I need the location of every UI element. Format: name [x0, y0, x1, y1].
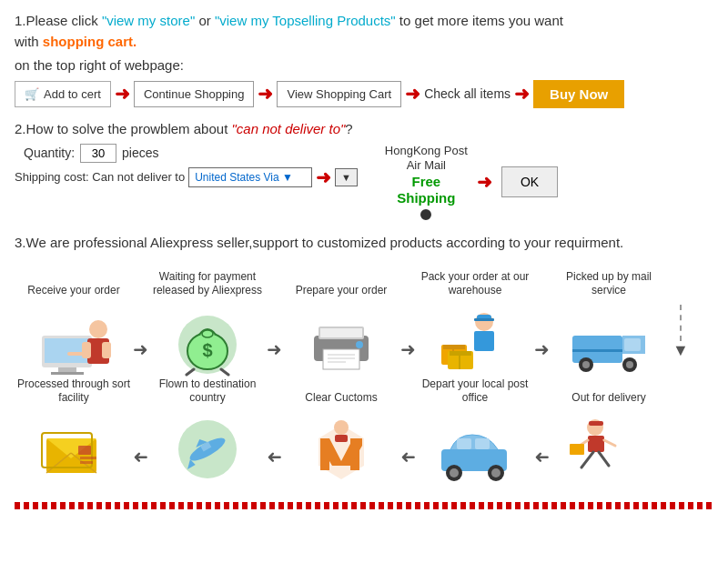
arrow2: ➜	[258, 83, 273, 105]
flow-item-pack: Pack your order at our warehouse	[416, 269, 534, 377]
flow-icon-pickup	[568, 304, 650, 377]
flow-label-airplane: Flown to destination country	[148, 377, 267, 406]
section3: 3.We are professional Aliexpress seller,…	[15, 233, 713, 484]
flow-label-payment: Waiting for payment released by Aliexpre…	[148, 269, 267, 298]
dropdown-select-icon: ▼	[282, 171, 293, 184]
flow-arrow-3: ➜	[400, 338, 416, 377]
flow-icon-postoffice	[434, 411, 516, 484]
svg-rect-47	[570, 444, 584, 455]
flow-item-pickup: Picked up by mail service	[550, 269, 668, 377]
flow-label-outdelivery: Out for delivery	[571, 377, 645, 406]
continue-shopping-label: Continue Shopping	[144, 87, 245, 101]
svg-rect-25	[474, 318, 494, 321]
section3-title: 3.We are professional Aliexpress seller,…	[15, 233, 713, 254]
flow-icon-payment: $	[167, 304, 248, 377]
flow-row-2: Out for delivery	[15, 377, 713, 484]
step-bar: 🛒 Add to cert ➜ Continue Shopping ➜ View…	[15, 80, 713, 108]
view-cart-label: View Shopping Cart	[287, 87, 391, 101]
section2: 2.How to solve the prowblem about "can n…	[15, 121, 713, 221]
radio-dot[interactable]	[420, 209, 431, 220]
svg-point-4	[89, 320, 107, 338]
webpage-label: on the top right of webpage:	[15, 55, 713, 76]
dropdown-value: United States Via	[195, 171, 279, 184]
expand-arrow[interactable]: ▼	[335, 168, 358, 186]
flow-item-airplane: Flown to destination country	[148, 377, 267, 484]
add-to-cart-box: 🛒 Add to cert	[15, 81, 111, 107]
quantity-input[interactable]	[80, 144, 116, 163]
flow-arrow-2: ➜	[267, 338, 282, 377]
section1-mid: or	[195, 13, 215, 28]
flow-arrow-4: ➜	[534, 338, 550, 377]
flow-item-sort: Processed through sort facility	[15, 377, 133, 484]
section2-prefix: 2.How to solve the prowblem about	[15, 121, 231, 136]
flow-arrow-1: ➜	[133, 338, 148, 377]
svg-line-14	[221, 369, 228, 375]
buy-now-button[interactable]: Buy Now	[533, 80, 624, 108]
arrow1: ➜	[115, 83, 130, 105]
bottom-border	[15, 502, 713, 509]
free-shipping-label: FreeShipping	[385, 174, 468, 206]
shipping-label: Shipping cost: Can not deliver to	[15, 170, 185, 184]
hk-post-info: HongKong Post Air Mail FreeShipping	[385, 144, 468, 221]
svg-point-55	[491, 468, 500, 477]
ship-row: Shipping cost: Can not deliver to United…	[15, 166, 358, 188]
svg-rect-51	[475, 438, 490, 449]
flow-arrow-r1: ➜	[534, 446, 550, 484]
section1-intro: 1.Please click "view my store" or "view …	[15, 11, 713, 52]
svg-point-39	[626, 361, 633, 368]
arrow3: ➜	[405, 83, 420, 105]
shopping-cart-highlight: shopping cart.	[43, 34, 136, 49]
svg-rect-62	[335, 435, 348, 442]
flow-item-prepare: Prepare your order	[282, 269, 400, 377]
hk-post-label: HongKong Post Air Mail	[385, 144, 468, 175]
flow-label-sort: Processed through sort facility	[15, 377, 133, 406]
flow-icon-prepare	[300, 304, 382, 377]
svg-point-37	[582, 361, 590, 368]
svg-rect-75	[80, 461, 93, 464]
flow-item-customs: Clear Cuctoms	[282, 377, 400, 484]
arrow-ok: ➜	[477, 171, 492, 193]
svg-point-53	[450, 468, 459, 477]
flow-label-prepare: Prepare your order	[296, 269, 388, 298]
svg-line-13	[187, 369, 194, 375]
svg-line-48	[604, 440, 615, 446]
flow-arrow-r3: ➜	[267, 446, 282, 484]
flow-item-outdelivery: Out for delivery	[550, 377, 668, 484]
flow-icon-pack	[434, 304, 516, 377]
svg-rect-43	[588, 436, 604, 452]
flow-icon-customs	[300, 411, 382, 484]
svg-line-45	[599, 452, 609, 466]
svg-rect-3	[51, 372, 84, 375]
section1-suffix: to get more items you want	[396, 13, 563, 28]
flow-label-receive: Receive your order	[27, 269, 119, 298]
continue-shopping-box[interactable]: Continue Shopping	[134, 81, 255, 107]
link2: "view my Topselling Products"	[215, 13, 396, 28]
flow-item-postoffice: Depart your local post office	[416, 377, 534, 484]
flow-item-payment: Waiting for payment released by Aliexpre…	[148, 269, 267, 377]
section2-title: 2.How to solve the prowblem about "can n…	[15, 121, 713, 136]
flow-arrow-r4: ➜	[133, 446, 148, 484]
section2-suffix: ?	[345, 121, 352, 136]
svg-rect-42	[589, 421, 603, 426]
deliver-row: Quantity: pieces Shipping cost: Can not …	[15, 144, 713, 221]
add-to-cart-label: Add to cert	[44, 87, 101, 101]
flow-icon-sort	[33, 411, 115, 484]
svg-rect-40	[572, 349, 622, 352]
pieces-label: pieces	[122, 146, 158, 160]
shipping-dropdown[interactable]: United States Via ▼	[188, 167, 312, 187]
ok-button[interactable]: OK	[501, 166, 558, 197]
arrow4: ➜	[514, 83, 530, 105]
flow-icon-receive	[33, 304, 115, 377]
svg-rect-73	[78, 446, 91, 455]
section1: 1.Please click "view my store" or "view …	[15, 11, 713, 108]
svg-rect-17	[320, 328, 362, 337]
deliver-right: HongKong Post Air Mail FreeShipping ➜ OK	[385, 144, 558, 221]
svg-rect-35	[624, 338, 641, 351]
svg-rect-2	[58, 367, 76, 372]
view-cart-box[interactable]: View Shopping Cart	[277, 81, 401, 107]
deliver-left: Quantity: pieces Shipping cost: Can not …	[15, 144, 358, 188]
svg-rect-26	[474, 331, 494, 351]
flow-icon-outdelivery	[568, 411, 650, 484]
flow-label-pickup: Picked up by mail service	[550, 269, 668, 298]
svg-rect-7	[102, 342, 111, 358]
